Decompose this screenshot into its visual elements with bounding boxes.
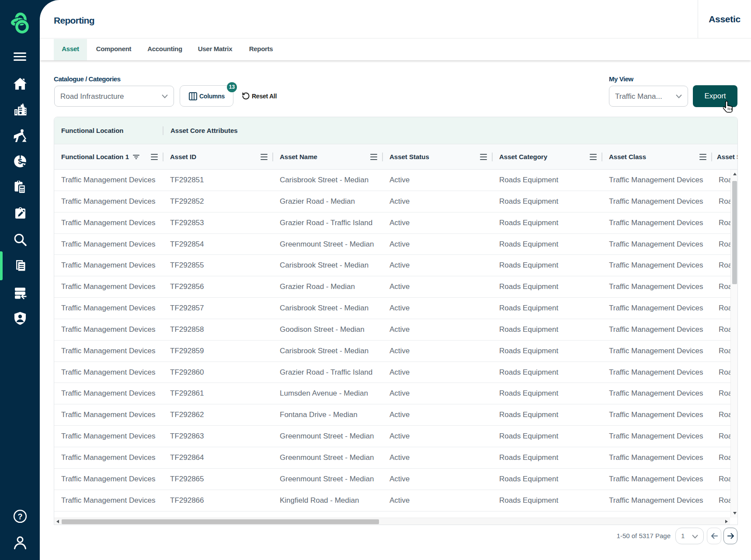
svg-text:?: ? (17, 512, 22, 521)
svg-text:$: $ (18, 157, 22, 165)
